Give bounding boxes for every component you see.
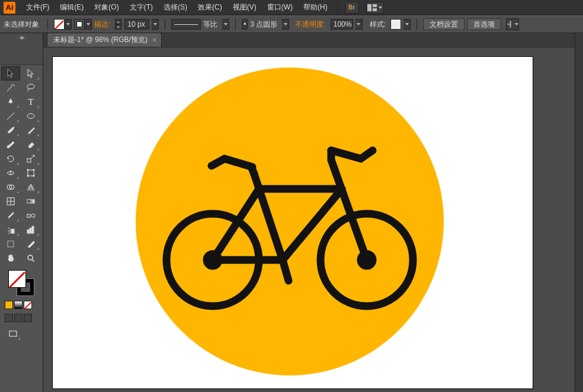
fill-swatch — [54, 19, 65, 30]
artboard-tool[interactable] — [1, 237, 20, 251]
align-icon — [507, 21, 514, 28]
stroke-label[interactable]: 描边: — [94, 20, 113, 30]
toolbox-handle[interactable] — [0, 33, 43, 65]
graphic-style-swatch[interactable] — [390, 19, 401, 30]
document-tab-bar: 未标题-1* @ 98% (RGB/预览) × — [43, 33, 575, 47]
svg-rect-8 — [27, 159, 31, 162]
artwork-circle[interactable] — [136, 68, 444, 375]
document-tab[interactable]: 未标题-1* @ 98% (RGB/预览) × — [47, 33, 162, 47]
draw-behind[interactable] — [14, 314, 23, 322]
line-tool[interactable] — [1, 109, 20, 123]
perspective-grid-tool[interactable] — [21, 180, 40, 194]
grid-icon — [367, 4, 377, 11]
svg-rect-1 — [373, 4, 377, 7]
fill-stroke-indicator[interactable] — [8, 270, 34, 296]
svg-line-38 — [213, 189, 259, 260]
fill-stroke-area — [0, 266, 43, 300]
menu-bar: Ai 文件(F) 编辑(E) 对象(O) 文字(T) 选择(S) 效果(C) 视… — [0, 0, 583, 15]
bicycle-artwork[interactable] — [153, 133, 426, 310]
magic-wand-tool[interactable] — [1, 81, 20, 95]
fill-color-indicator[interactable] — [8, 270, 26, 288]
svg-rect-3 — [510, 21, 511, 27]
pen-tool[interactable] — [1, 95, 20, 109]
close-tab-icon[interactable]: × — [152, 36, 156, 44]
menu-select[interactable]: 选择(S) — [159, 1, 192, 14]
fill-swatch-control[interactable] — [54, 19, 72, 30]
svg-point-7 — [7, 146, 9, 148]
separator — [417, 19, 417, 30]
stroke-width-dropdown[interactable] — [152, 19, 159, 30]
hand-tool[interactable] — [1, 251, 20, 265]
eraser-tool[interactable] — [21, 137, 40, 152]
menu-file[interactable]: 文件(F) — [21, 1, 54, 14]
stroke-dropdown[interactable] — [85, 19, 92, 30]
canvas-viewport[interactable] — [43, 47, 575, 392]
width-tool[interactable] — [1, 166, 20, 180]
type-tool[interactable]: T — [21, 95, 40, 109]
stroke-width-spinner[interactable]: ▲▼ — [115, 19, 121, 30]
style-label: 样式: — [370, 20, 388, 30]
align-panel-button[interactable] — [506, 18, 519, 30]
options-bar: 未选择对象 描边: ▲▼ 10 px 等比 • 3 点圆形 不透明度: 100%… — [0, 15, 583, 33]
mesh-tool[interactable] — [1, 194, 20, 208]
brush-preview[interactable]: • — [242, 19, 248, 30]
scale-tool[interactable] — [21, 152, 40, 166]
stroke-swatch-control[interactable] — [74, 19, 92, 30]
slice-tool[interactable] — [21, 237, 40, 251]
blend-tool[interactable] — [21, 208, 40, 223]
stroke-profile-dropdown[interactable] — [222, 19, 229, 30]
selection-tool[interactable] — [1, 66, 20, 81]
free-transform-tool[interactable] — [21, 166, 40, 180]
zoom-tool[interactable] — [21, 251, 40, 265]
lasso-tool[interactable] — [21, 81, 40, 95]
ellipse-tool[interactable] — [21, 109, 40, 123]
menu-type[interactable]: 文字(T) — [125, 1, 158, 14]
svg-rect-24 — [27, 230, 29, 233]
color-mode-none[interactable] — [24, 301, 32, 309]
svg-rect-23 — [11, 229, 14, 233]
color-mode-solid[interactable] — [5, 301, 13, 309]
graphic-style-dropdown[interactable] — [403, 19, 411, 30]
arrange-documents-button[interactable] — [366, 2, 384, 14]
menu-view[interactable]: 视图(V) — [228, 1, 261, 14]
brush-dropdown[interactable] — [282, 19, 289, 30]
artboard[interactable] — [53, 57, 533, 388]
gradient-tool[interactable] — [21, 194, 40, 208]
pencil-tool[interactable] — [21, 123, 40, 137]
draw-inside[interactable] — [24, 314, 32, 322]
svg-rect-21 — [27, 214, 30, 217]
stroke-profile-preview[interactable] — [171, 19, 201, 30]
opacity-label[interactable]: 不透明度: — [295, 20, 328, 30]
menu-edit[interactable]: 编辑(E) — [55, 1, 88, 14]
column-graph-tool[interactable] — [21, 223, 40, 237]
fill-dropdown[interactable] — [65, 19, 72, 30]
paintbrush-tool[interactable] — [1, 123, 20, 137]
document-setup-button[interactable]: 文档设置 — [423, 18, 465, 30]
svg-rect-20 — [27, 200, 34, 203]
eyedropper-tool[interactable] — [1, 208, 20, 223]
preferences-button[interactable]: 首选项 — [467, 18, 501, 30]
svg-line-40 — [331, 160, 367, 260]
screen-mode-button[interactable] — [5, 327, 21, 341]
opacity-dropdown[interactable] — [355, 19, 363, 30]
rotate-tool[interactable] — [1, 152, 20, 166]
panel-dock-strip[interactable] — [575, 33, 583, 392]
menu-window[interactable]: 窗口(W) — [262, 1, 297, 14]
separator — [165, 19, 165, 30]
color-mode-gradient[interactable] — [14, 301, 23, 309]
symbol-sprayer-tool[interactable] — [1, 223, 20, 237]
menu-object[interactable]: 对象(O) — [89, 1, 123, 14]
document-tab-title: 未标题-1* @ 98% (RGB/预览) — [53, 35, 148, 45]
bridge-button[interactable]: Br — [345, 2, 359, 14]
separator — [337, 2, 338, 13]
opacity-input[interactable]: 100% — [331, 19, 353, 30]
direct-selection-tool[interactable] — [21, 66, 40, 81]
menu-effect[interactable]: 效果(C) — [193, 1, 227, 14]
stroke-width-input[interactable]: 10 px — [124, 19, 149, 30]
draw-normal[interactable] — [5, 314, 13, 322]
svg-point-6 — [27, 114, 34, 118]
menu-help[interactable]: 帮助(H) — [299, 1, 332, 14]
blob-brush-tool[interactable] — [1, 137, 20, 152]
svg-line-43 — [283, 260, 289, 281]
shape-builder-tool[interactable] — [1, 180, 20, 194]
